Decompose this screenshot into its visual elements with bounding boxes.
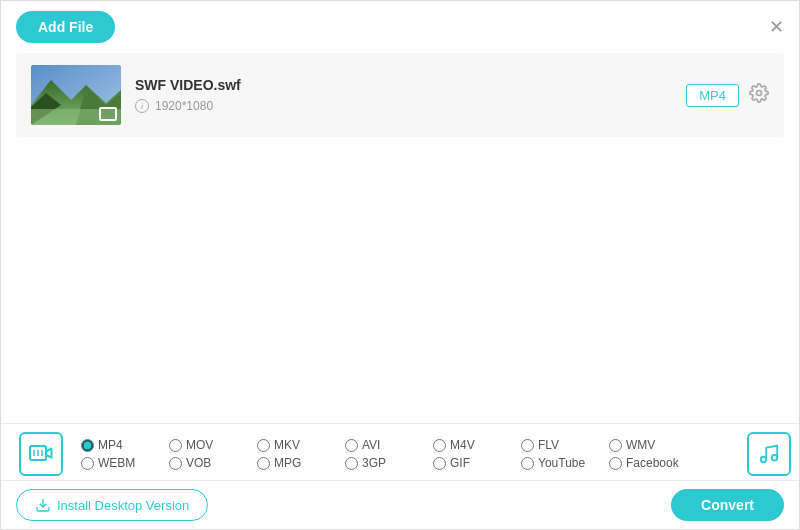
close-button[interactable]: ✕ <box>769 18 784 36</box>
header: Add File ✕ <box>1 1 799 53</box>
file-resolution: 1920*1080 <box>155 99 213 113</box>
main-content <box>1 137 799 397</box>
video-icon <box>29 444 53 464</box>
info-icon: i <box>135 99 149 113</box>
file-item: SWF VIDEO.swf i 1920*1080 MP4 <box>16 53 784 137</box>
audio-format-toggle[interactable] <box>747 432 791 476</box>
format-webm[interactable]: WEBM <box>81 456 151 470</box>
music-icon <box>758 443 780 465</box>
file-meta: i 1920*1080 <box>135 99 672 113</box>
format-avi[interactable]: AVI <box>345 438 415 452</box>
format-mpg[interactable]: MPG <box>257 456 327 470</box>
format-line-2: WEBM VOB MPG 3GP GIF YouTube <box>81 456 739 470</box>
format-3gp[interactable]: 3GP <box>345 456 415 470</box>
format-facebook[interactable]: Facebook <box>609 456 679 470</box>
action-bar: Install Desktop Version Convert <box>1 480 799 529</box>
format-youtube[interactable]: YouTube <box>521 456 591 470</box>
svg-point-10 <box>761 457 767 463</box>
settings-button[interactable] <box>749 83 769 108</box>
add-file-button[interactable]: Add File <box>16 11 115 43</box>
download-icon <box>35 497 51 513</box>
format-m4v[interactable]: M4V <box>433 438 503 452</box>
format-flv[interactable]: FLV <box>521 438 591 452</box>
svg-point-5 <box>757 90 762 95</box>
format-mkv[interactable]: MKV <box>257 438 327 452</box>
svg-point-11 <box>772 455 778 461</box>
format-mp4[interactable]: MP4 <box>81 438 151 452</box>
video-format-toggle[interactable] <box>19 432 63 476</box>
file-actions: MP4 <box>686 83 769 108</box>
convert-button[interactable]: Convert <box>671 489 784 521</box>
format-wmv[interactable]: WMV <box>609 438 679 452</box>
file-name: SWF VIDEO.swf <box>135 77 672 93</box>
format-mov[interactable]: MOV <box>169 438 239 452</box>
install-desktop-button[interactable]: Install Desktop Version <box>16 489 208 521</box>
file-info: SWF VIDEO.swf i 1920*1080 <box>135 77 672 113</box>
format-line-1: MP4 MOV MKV AVI M4V FLV WM <box>81 438 739 452</box>
format-icon-area <box>1 432 81 476</box>
format-badge[interactable]: MP4 <box>686 84 739 107</box>
format-row: MP4 MOV MKV AVI M4V FLV WM <box>1 424 799 480</box>
bottom-bar: MP4 MOV MKV AVI M4V FLV WM <box>1 423 799 529</box>
format-options: MP4 MOV MKV AVI M4V FLV WM <box>81 438 739 470</box>
file-thumbnail <box>31 65 121 125</box>
thumbnail-overlay <box>99 107 117 121</box>
format-vob[interactable]: VOB <box>169 456 239 470</box>
music-icon-area <box>739 432 799 476</box>
format-gif[interactable]: GIF <box>433 456 503 470</box>
